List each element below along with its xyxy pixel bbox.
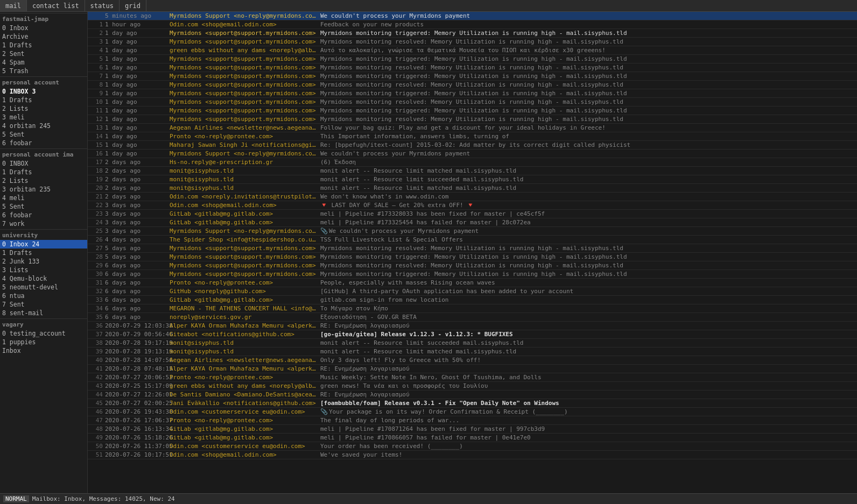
sidebar-item-fm-archive[interactable]: Archive bbox=[0, 32, 87, 41]
email-row[interactable]: 422020-07-27 20:06:53Pronto <no-reply@pr… bbox=[88, 373, 857, 382]
sidebar-item-pa-foobar[interactable]: 6 foobar bbox=[0, 139, 87, 147]
email-row[interactable]: 253 days agoMyrmidons Support <no-reply@… bbox=[88, 227, 857, 236]
email-row[interactable]: 131 day agoAegean Airlines <newsletter@n… bbox=[88, 124, 857, 132]
email-date: 1 day ago bbox=[105, 116, 170, 123]
email-row[interactable]: 11 hour agoOdin.com <shop@email.odin.com… bbox=[88, 20, 857, 29]
email-row[interactable]: 264 days agoThe Spider Shop <info@thespi… bbox=[88, 236, 857, 244]
tab-grid[interactable]: grid bbox=[120, 0, 146, 11]
email-row[interactable]: 462020-07-26 19:43:38Odin.com <customers… bbox=[88, 408, 857, 416]
sidebar-item-vag-puppies[interactable]: 1 puppies bbox=[0, 338, 87, 346]
email-row[interactable]: 346 days agoMEGARON - THE ATHENS CONCERT… bbox=[88, 304, 857, 313]
email-row[interactable]: 91 day agoMyrmidons <support@support.myr… bbox=[88, 89, 857, 98]
sidebar-item-pa-meli[interactable]: 3 meli bbox=[0, 113, 87, 122]
email-subject: Follow your bag quiz: Play and get a dis… bbox=[320, 124, 856, 131]
email-row[interactable]: 306 days agoMyrmidons <support@support.m… bbox=[88, 270, 857, 279]
email-date: 2020-07-26 17:06:37 bbox=[105, 417, 170, 424]
email-row[interactable]: 275 days agoMyrmidons <support@support.m… bbox=[88, 244, 857, 253]
tab-contact-list[interactable]: contact list bbox=[27, 0, 85, 11]
sidebar-item-pai-orbitan[interactable]: 3 orbitan 235 bbox=[0, 185, 87, 194]
email-row[interactable]: 432020-07-25 15:17:09green ebbs without … bbox=[88, 382, 857, 391]
status-mode: NORMAL bbox=[3, 495, 29, 502]
sidebar-item-pai-inbox[interactable]: 0 INBOX bbox=[0, 159, 87, 168]
sidebar-item-fm-trash[interactable]: 5 Trash bbox=[0, 67, 87, 75]
email-row[interactable]: 482020-07-26 16:13:34GitLab <gitlab@mg.g… bbox=[88, 425, 857, 434]
email-row[interactable]: 336 days agoGitLab <gitlab@mg.gitlab.com… bbox=[88, 296, 857, 304]
sidebar-item-pa-lists[interactable]: 2 Lists bbox=[0, 104, 87, 113]
email-row[interactable]: 296 days agoMyrmidons <support@support.m… bbox=[88, 261, 857, 270]
sidebar-item-uni-sentmail[interactable]: 8 sent-mail bbox=[0, 309, 87, 317]
sidebar-item-fm-sent[interactable]: 2 Sent bbox=[0, 49, 87, 58]
email-row[interactable]: 402020-07-28 14:07:56Aegean Airlines <ne… bbox=[88, 356, 857, 365]
email-row[interactable]: 51 day agoMyrmidons <support@support.myr… bbox=[88, 55, 857, 63]
sidebar-item-uni-drafts[interactable]: 1 Drafts bbox=[0, 249, 87, 257]
sidebar-item-uni-neomutt[interactable]: 5 neomutt-devel bbox=[0, 283, 87, 292]
email-row[interactable]: 151 day agoMaharaj Sawan Singh Ji <notif… bbox=[88, 141, 857, 150]
sidebar-item-uni-lists[interactable]: 3 Lists bbox=[0, 266, 87, 274]
email-row[interactable]: 223 days agoOdin.com <shop@email.odin.co… bbox=[88, 201, 857, 210]
sidebar-item-fm-drafts[interactable]: 1 Drafts bbox=[0, 41, 87, 49]
email-row[interactable]: 442020-07-27 12:26:01De Santis Damiano <… bbox=[88, 391, 857, 399]
email-row[interactable]: 356 days agonoreply@services.gov.grΕξουσ… bbox=[88, 313, 857, 322]
email-row[interactable]: 472020-07-26 17:06:37Pronto <no-reply@pr… bbox=[88, 416, 857, 425]
sidebar-item-uni-junk[interactable]: 2 Junk 133 bbox=[0, 257, 87, 266]
tab-status[interactable]: status bbox=[85, 0, 120, 11]
sidebar-item-pa-sent[interactable]: 5 Sent bbox=[0, 130, 87, 139]
email-row[interactable]: 233 days agoGitLab <gitlab@mg.gitlab.com… bbox=[88, 210, 857, 218]
email-row[interactable]: 452020-07-27 02:00:25Jani Eväkallio <not… bbox=[88, 399, 857, 408]
email-row[interactable]: 326 days agoGitHub <noreply@github.com>[… bbox=[88, 287, 857, 296]
sidebar-item-uni-sent[interactable]: 7 Sent bbox=[0, 300, 87, 309]
sidebar-item-pa-inbox[interactable]: 0 INBOX 3 bbox=[0, 87, 87, 96]
sidebar-item-uni-inbox[interactable]: 0 Inbox 24 bbox=[0, 240, 87, 249]
email-row[interactable]: 412020-07-28 07:48:15Alper KAYA Orman Mu… bbox=[88, 365, 857, 373]
email-row[interactable]: 362020-07-29 12:03:38Alper KAYA Orman Mu… bbox=[88, 322, 857, 330]
email-num: 35 bbox=[89, 314, 105, 321]
email-row[interactable]: 121 day agoMyrmidons <support@support.my… bbox=[88, 115, 857, 124]
email-row[interactable]: 316 days agoPronto <no-reply@prontee.com… bbox=[88, 279, 857, 287]
sidebar-item-fm-inbox[interactable]: 0 Inbox bbox=[0, 24, 87, 32]
tab-mail[interactable]: mail bbox=[0, 0, 27, 11]
sidebar-item-pa-drafts[interactable]: 1 Drafts bbox=[0, 96, 87, 104]
email-row[interactable]: 41 day agogreen ebbs without any dams <n… bbox=[88, 46, 857, 55]
email-row[interactable]: 512020-07-26 10:17:51Odin.com <shop@emai… bbox=[88, 451, 857, 459]
email-num: 34 bbox=[89, 305, 105, 312]
email-row[interactable]: 192 days agomonit@sisyphus.tldmonit aler… bbox=[88, 175, 857, 184]
email-row[interactable]: 212 days agoOdin.com <noreply.invitation… bbox=[88, 193, 857, 201]
email-row[interactable]: 285 days agoMyrmidons <support@support.m… bbox=[88, 253, 857, 261]
email-row[interactable]: 161 day agoMyrmidons Support <no-reply@m… bbox=[88, 150, 857, 158]
email-subject: Myrmidons monitoring resolved: Memory Ut… bbox=[320, 38, 856, 45]
email-row[interactable]: 502020-07-26 11:37:05Odin.com <customers… bbox=[88, 442, 857, 451]
email-row[interactable]: 492020-07-26 15:18:20GitLab <gitlab@mg.g… bbox=[88, 434, 857, 442]
sidebar-item-pai-drafts[interactable]: 1 Drafts bbox=[0, 168, 87, 176]
email-row[interactable]: 21 day agoMyrmidons <support@support.myr… bbox=[88, 29, 857, 38]
email-row[interactable]: 382020-07-28 19:17:19monit@sisyphus.tldm… bbox=[88, 339, 857, 347]
email-row[interactable]: 372020-07-29 00:56:40Giteabot <notificat… bbox=[88, 330, 857, 339]
sidebar-item-pai-work[interactable]: 7 work bbox=[0, 219, 87, 228]
email-row[interactable]: 182 days agomonit@sisyphus.tldmonit aler… bbox=[88, 167, 857, 175]
sidebar-item-pai-lists[interactable]: 2 Lists bbox=[0, 176, 87, 185]
sidebar-item-fm-spam[interactable]: 4 Spam bbox=[0, 58, 87, 67]
email-num: 42 bbox=[89, 374, 105, 381]
sidebar-item-uni-qemu[interactable]: 4 Qemu-block bbox=[0, 274, 87, 283]
email-sender: Aegean Airlines <newsletter@news.aegeana… bbox=[170, 124, 320, 131]
email-row[interactable]: 111 day agoMyrmidons <support@support.my… bbox=[88, 107, 857, 115]
email-row[interactable]: 61 day agoMyrmidons <support@support.myr… bbox=[88, 63, 857, 72]
sidebar-item-inbox-label[interactable]: Inbox bbox=[0, 346, 87, 355]
email-num: 25 bbox=[89, 228, 105, 235]
email-row[interactable]: 5 minutes agoMyrmidons Support <no-reply… bbox=[88, 12, 857, 20]
email-row[interactable]: 31 day agoMyrmidons <support@support.myr… bbox=[88, 38, 857, 46]
email-row[interactable]: 202 days agomonit@sisyphus.tldmonit aler… bbox=[88, 184, 857, 193]
sidebar-item-vag-testing[interactable]: 0 testing_account bbox=[0, 329, 87, 338]
email-row[interactable]: 172 days agoHs-no.reply@e-prescription.g… bbox=[88, 158, 857, 167]
sidebar-item-pa-orbitan[interactable]: 4 orbitan 245 bbox=[0, 122, 87, 130]
sidebar-item-pai-meli[interactable]: 4 meli bbox=[0, 194, 87, 202]
email-row[interactable]: 243 days agoGitLab <gitlab@mg.gitlab.com… bbox=[88, 218, 857, 227]
email-row[interactable]: 392020-07-28 19:13:19monit@sisyphus.tldm… bbox=[88, 347, 857, 356]
email-num: 40 bbox=[89, 357, 105, 364]
email-row[interactable]: 71 day agoMyrmidons <support@support.myr… bbox=[88, 72, 857, 81]
email-row[interactable]: 141 day agoPronto <no-reply@prontee.com>… bbox=[88, 132, 857, 141]
sidebar-item-pai-sent[interactable]: 5 Sent bbox=[0, 202, 87, 211]
sidebar-item-uni-ntua[interactable]: 6 ntua bbox=[0, 292, 87, 300]
email-row[interactable]: 101 day agoMyrmidons <support@support.my… bbox=[88, 98, 857, 107]
sidebar-item-pai-foobar[interactable]: 6 foobar bbox=[0, 211, 87, 219]
email-row[interactable]: 81 day agoMyrmidons <support@support.myr… bbox=[88, 81, 857, 89]
